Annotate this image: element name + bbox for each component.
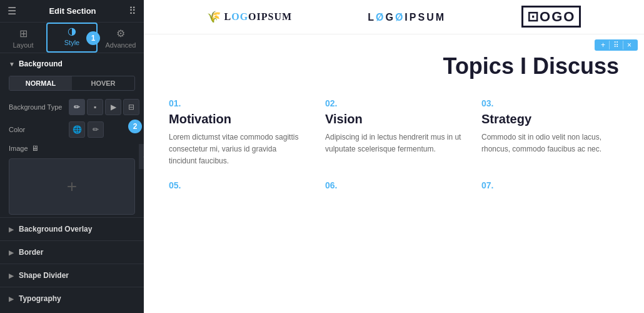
advanced-icon: ⚙ [116, 28, 125, 39]
monitor-icon: 🖥 [31, 144, 39, 153]
topic-card-2: 03. Strategy Commodo sit in odio velit n… [481, 98, 619, 168]
color-picker-btn[interactable]: ✏ [88, 121, 104, 138]
typography-arrow: ▶ [9, 295, 14, 302]
toolbar-move-btn[interactable]: ⠿ [611, 41, 621, 49]
type-buttons: ✏ ▪ ▶ ⊟ [69, 99, 139, 115]
topic-number-5: 07. [481, 180, 619, 190]
collapse-handle[interactable]: ‹ [139, 144, 144, 169]
topic-title-1: Vision [325, 112, 463, 126]
image-row: Image 🖥 [0, 141, 144, 156]
type-btn-color[interactable]: ▪ [87, 99, 103, 115]
color-buttons: 🌐 ✏ [69, 121, 104, 138]
color-label: Color [9, 126, 65, 133]
shape-divider-label: Shape Divider [19, 271, 69, 280]
logo-3: ⊡OGO [521, 9, 581, 25]
left-panel: ☰ Edit Section ⠿ ⊞ Layout ◑ Style ⚙ Adva… [0, 0, 144, 313]
accordion-bg-overlay[interactable]: ▶ Background Overlay [0, 217, 144, 240]
typography-label: Typography [19, 294, 61, 303]
topic-card-1: 02. Vision Adipiscing id in lectus hendr… [325, 98, 463, 168]
border-arrow: ▶ [9, 249, 14, 256]
logo-1: 🌾 LOGOIPSUM [207, 10, 293, 24]
topic-number-0: 01. [169, 98, 306, 108]
panel-title: Edit Section [16, 6, 129, 16]
toolbar-close-btn[interactable]: × [625, 41, 634, 49]
tab-style-label: Style [64, 39, 79, 46]
logo2-text: LØGØIPSUM [368, 12, 446, 23]
image-preview-plus: + [67, 177, 77, 197]
toolbar-divider-1 [609, 41, 610, 49]
panel-tabs: ⊞ Layout ◑ Style ⚙ Advanced [0, 23, 144, 53]
topic-number-3: 05. [169, 180, 306, 190]
right-panel: 🌾 LOGOIPSUM LØGØIPSUM ⊡OGO + ⠿ × Topics … [144, 0, 644, 313]
hover-tab[interactable]: HOVER [72, 76, 134, 90]
type-btn-pencil[interactable]: ✏ [69, 99, 85, 115]
panel-header: ☰ Edit Section ⠿ [0, 0, 144, 23]
normal-hover-tabs: NORMAL HOVER [9, 76, 135, 91]
logo1-icon: 🌾 [207, 10, 221, 24]
toolbar-add-btn[interactable]: + [598, 41, 608, 49]
topic-card-5: 07. [481, 180, 619, 195]
bg-type-label: Background Type [9, 103, 65, 111]
tab-advanced-label: Advanced [106, 41, 136, 49]
topic-number-2: 03. [481, 98, 619, 108]
tab-layout[interactable]: ⊞ Layout [0, 23, 46, 53]
topic-card-3: 05. [169, 180, 306, 195]
bg-overlay-label: Background Overlay [19, 225, 92, 233]
accordion-typography[interactable]: ▶ Typography [0, 287, 144, 310]
topic-title-0: Motivation [169, 112, 306, 126]
background-label: Background [19, 59, 63, 68]
topic-desc-1: Adipiscing id in lectus hendrerit mus in… [325, 131, 463, 155]
layout-icon: ⊞ [19, 28, 28, 39]
topic-card-4: 06. [325, 180, 463, 195]
accordion-shape-divider[interactable]: ▶ Shape Divider [0, 264, 144, 287]
topic-number-4: 06. [325, 180, 463, 190]
bg-type-row: Background Type ✏ ▪ ▶ ⊟ [0, 96, 144, 118]
topic-number-1: 02. [325, 98, 463, 108]
color-row: Color 🌐 ✏ [0, 118, 144, 141]
image-label: Image 🖥 [9, 144, 39, 153]
border-label: Border [19, 248, 43, 257]
color-globe-btn[interactable]: 🌐 [69, 121, 85, 138]
badge-2: 2 [128, 120, 142, 133]
type-btn-slide[interactable]: ⊟ [123, 99, 139, 115]
badge-1: 1 [86, 31, 100, 45]
topic-desc-0: Lorem dictumst vitae commodo sagittis co… [169, 131, 306, 168]
logo1-text: LOGOIPSUM [224, 11, 293, 23]
topic-desc-2: Commodo sit in odio velit non lacus, rho… [481, 131, 619, 155]
bg-arrow-icon: ▼ [9, 61, 15, 68]
section-toolbar: + ⠿ × [595, 39, 638, 51]
grid-icon[interactable]: ⠿ [129, 5, 136, 17]
topics-grid: 01. Motivation Lorem dictumst vitae comm… [169, 92, 619, 195]
normal-tab[interactable]: NORMAL [9, 76, 72, 90]
topic-title-2: Strategy [481, 112, 619, 126]
toolbar-divider-2 [623, 41, 623, 49]
tab-layout-label: Layout [13, 41, 33, 49]
accordion-border[interactable]: ▶ Border [0, 240, 144, 264]
hamburger-icon[interactable]: ☰ [8, 5, 16, 17]
image-preview[interactable]: + [9, 158, 135, 215]
main-heading: Topics I Discuss [169, 34, 619, 92]
background-section-label: ▼ Background [0, 53, 144, 73]
logo-bar: 🌾 LOGOIPSUM LØGØIPSUM ⊡OGO [144, 0, 644, 34]
tab-advanced[interactable]: ⚙ Advanced [98, 23, 144, 53]
shape-divider-arrow: ▶ [9, 272, 14, 279]
topic-card-0: 01. Motivation Lorem dictumst vitae comm… [169, 98, 306, 168]
logo3-text: ⊡OGO [521, 6, 581, 28]
style-icon: ◑ [68, 25, 76, 37]
logo-2: LØGØIPSUM [368, 11, 446, 24]
bg-overlay-arrow: ▶ [9, 226, 14, 233]
type-btn-video[interactable]: ▶ [105, 99, 121, 115]
image-label-text: Image [9, 145, 28, 152]
content-area: + ⠿ × Topics I Discuss 01. Motivation Lo… [144, 34, 644, 313]
